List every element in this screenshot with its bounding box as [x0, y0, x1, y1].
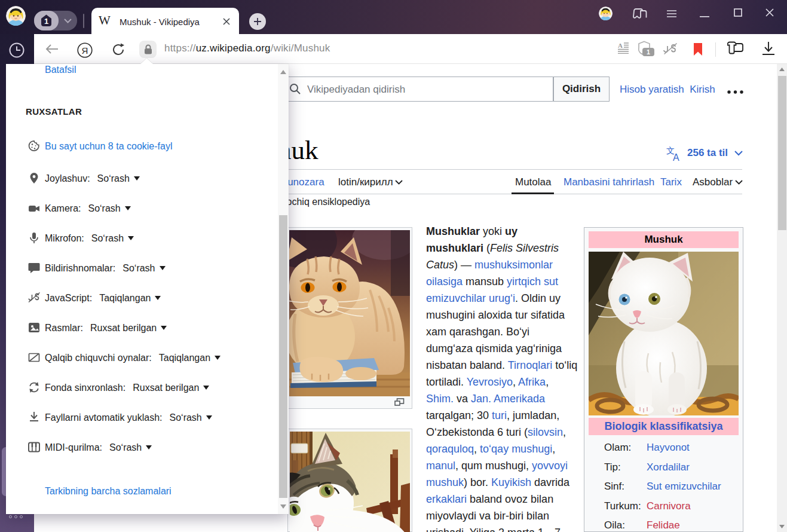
svg-text:1: 1 [647, 48, 650, 56]
svg-text:Я: Я [82, 45, 88, 56]
svg-text:A: A [618, 42, 623, 49]
svg-text:1: 1 [44, 17, 48, 26]
svg-text:A: A [673, 152, 679, 161]
